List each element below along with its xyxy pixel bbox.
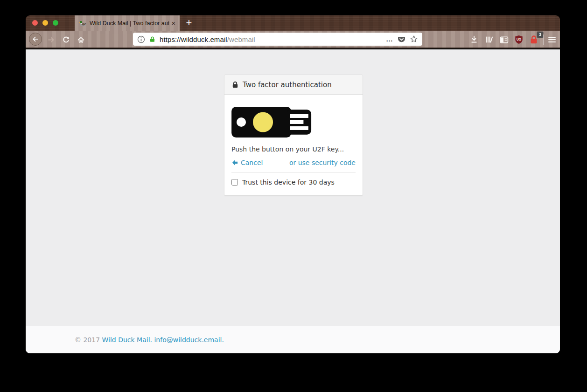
library-button[interactable] [483, 34, 495, 45]
home-icon [77, 36, 85, 44]
tab-title: Wild Duck Mail | Two factor auth [90, 20, 169, 27]
two-factor-card: Two factor authentication Push the butto… [224, 75, 363, 196]
reload-button[interactable] [61, 35, 70, 44]
trust-checkbox[interactable] [231, 179, 238, 186]
tab-close-button[interactable]: × [171, 20, 175, 27]
brand-link[interactable]: Wild Duck Mail. [102, 336, 152, 344]
page-actions-icon[interactable]: … [386, 37, 393, 41]
download-icon [470, 35, 478, 44]
trust-label[interactable]: Trust this device for 30 days [242, 179, 335, 186]
card-header: Two factor authentication [224, 75, 363, 95]
hamburger-icon [548, 37, 556, 42]
sidebar-icon [500, 36, 509, 44]
url-bar[interactable]: https://wildduck.email/webmail … [133, 33, 422, 46]
bookmark-star-icon[interactable] [410, 35, 418, 43]
cancel-label: Cancel [241, 159, 263, 166]
new-tab-button[interactable]: + [182, 16, 196, 29]
https-lock-icon[interactable] [149, 36, 156, 43]
minimize-window-button[interactable] [42, 20, 48, 26]
u2f-key-illustration [231, 107, 313, 138]
home-button[interactable] [76, 35, 85, 44]
ublock-extension-button[interactable]: UO [513, 34, 524, 45]
card-title: Two factor authentication [243, 81, 332, 89]
use-security-code-link[interactable]: or use security code [289, 159, 356, 166]
url-host: https://wildduck.email [160, 35, 227, 43]
cancel-link[interactable]: Cancel [231, 159, 263, 166]
duck-favicon [79, 20, 86, 27]
privacy-extension-button[interactable]: 3 [528, 34, 539, 45]
page-footer: © 2017 Wild Duck Mail. info@wildduck.ema… [26, 326, 560, 353]
menu-button[interactable] [546, 34, 558, 45]
traffic-lights [32, 20, 58, 26]
browser-window: Wild Duck Mail | Two factor auth × + [26, 15, 560, 353]
toolbar-separator [543, 34, 544, 45]
tab-bar: Wild Duck Mail | Two factor auth × + [26, 15, 560, 31]
zoom-window-button[interactable] [53, 20, 58, 26]
reload-icon [62, 36, 70, 44]
forward-arrow-icon [47, 36, 55, 44]
webpage-content: Two factor authentication Push the butto… [26, 49, 560, 353]
url-text: https://wildduck.email/webmail [160, 35, 255, 43]
footer-text: © 2017 Wild Duck Mail. info@wildduck.ema… [26, 336, 224, 344]
pocket-icon[interactable] [397, 35, 406, 44]
site-info-icon[interactable] [137, 35, 145, 43]
copyright-text: © 2017 [75, 336, 100, 344]
divider [231, 172, 356, 173]
tab-active[interactable]: Wild Duck Mail | Two factor auth × [75, 15, 180, 31]
left-arrow-icon [231, 159, 238, 166]
back-button[interactable] [29, 33, 42, 46]
links-row: Cancel or use security code [231, 159, 356, 166]
trust-device-row: Trust this device for 30 days [231, 179, 356, 186]
ublock-shield-icon: UO [514, 35, 524, 44]
extension-badge: 3 [537, 32, 543, 38]
ublock-label: UO [517, 38, 521, 41]
instruction-text: Push the button on your U2F key... [231, 145, 356, 153]
close-window-button[interactable] [32, 20, 38, 26]
sidebar-toggle-button[interactable] [498, 34, 510, 45]
card-body: Push the button on your U2F key... Cance… [224, 95, 363, 195]
downloads-button[interactable] [468, 34, 480, 45]
url-path: /webmail [227, 35, 255, 43]
forward-button[interactable] [46, 35, 56, 44]
back-arrow-icon [32, 35, 39, 43]
navigation-toolbar: https://wildduck.email/webmail … [26, 31, 560, 48]
library-icon [485, 35, 494, 44]
email-link[interactable]: info@wildduck.email. [154, 336, 224, 344]
lock-icon [231, 81, 239, 89]
